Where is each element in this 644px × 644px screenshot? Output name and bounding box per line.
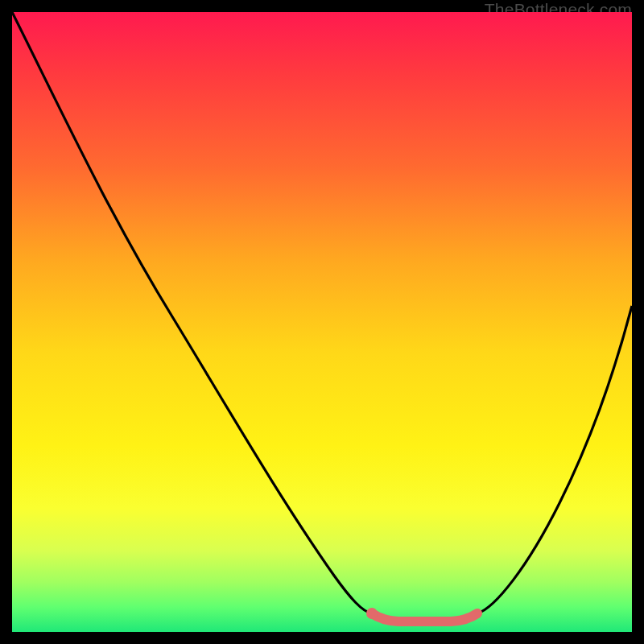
right-curve: [477, 306, 632, 613]
plot-area: [12, 12, 632, 632]
chart-svg: [12, 12, 632, 632]
chart-frame: TheBottleneck.com: [0, 0, 644, 644]
optimal-band: [372, 613, 477, 621]
optimal-dot: [366, 608, 378, 619]
left-curve: [12, 12, 372, 613]
